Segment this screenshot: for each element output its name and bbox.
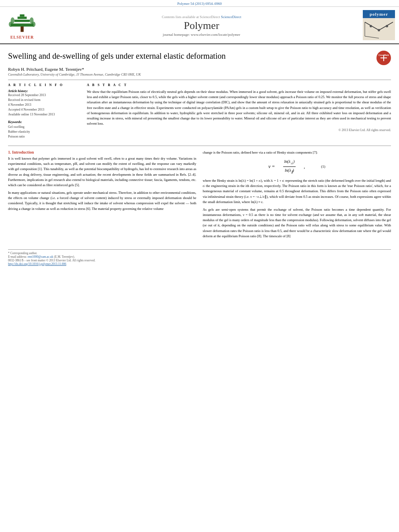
revised-label: Received in revised form	[8, 98, 80, 103]
formula-number: (1)	[321, 164, 325, 170]
intro-para-1: It is well known that polymer gels immer…	[8, 156, 196, 188]
available-online-date: Available online 13 November 2013	[8, 112, 80, 117]
section-1-heading: 1. Introduction	[8, 150, 196, 154]
divider-2	[8, 146, 391, 146]
science-direct-link[interactable]: ScienceDirect	[221, 15, 241, 19]
svg-rect-4	[21, 27, 24, 32]
elsevier-wordmark: ELSEVIER	[10, 35, 34, 39]
journal-homepage: journal homepage: www.elsevier.com/locat…	[43, 33, 360, 37]
svg-point-14	[370, 25, 372, 27]
revised-date: 4 November 2013	[8, 103, 80, 107]
intro-para-2: In many applications or natural situatio…	[8, 190, 196, 212]
article-info-heading: A R T I C L E I N F O	[8, 83, 80, 87]
science-direct-line: Contents lists available at ScienceDirec…	[43, 15, 360, 19]
journal-identifier: Polymer 54 (2013) 6954–6960	[0, 0, 399, 7]
accepted-date: Accepted 4 November 2013	[8, 107, 80, 112]
polymer-logo-text: polymer	[363, 10, 395, 18]
formula-denominator: ln(λ∥)	[284, 167, 295, 175]
main-content: Swelling and de-swelling of gels under e…	[0, 44, 399, 270]
article-title: Swelling and de-swelling of gels under e…	[8, 51, 372, 61]
right-para-1: change is the Poisson ratio, defined her…	[203, 150, 391, 155]
polymer-logo: polymer	[363, 10, 395, 41]
email-link[interactable]: emt1000@cam.ac.uk	[28, 255, 53, 259]
keyword-1: Gel swelling	[8, 125, 80, 129]
right-para-3: As gels are semi-open systems that permi…	[203, 207, 391, 239]
formula-comma: ,	[304, 163, 305, 170]
abstract-text: We show that the equilibrium Poisson rat…	[87, 89, 391, 133]
journal-header: ELSEVIER Contents lists available at Sci…	[0, 7, 399, 44]
polymer-logo-image	[363, 18, 395, 40]
abstract-heading: A B S T R A C T	[87, 83, 391, 87]
svg-rect-0	[11, 23, 34, 27]
article-info-column: A R T I C L E I N F O Article history: R…	[8, 83, 80, 142]
copyright-line: © 2013 Elsevier Ltd. All rights reserved…	[87, 128, 391, 133]
svg-point-16	[386, 25, 388, 27]
elsevier-tree-icon	[6, 12, 38, 34]
formula-variable-nu: ν =	[268, 163, 275, 170]
article-history-group: Article history: Received 28 September 2…	[8, 89, 80, 117]
keyword-2: Rubber elasticity	[8, 129, 80, 134]
crossmark-icon: CrossMark	[376, 51, 391, 65]
crossmark-badge[interactable]: CrossMark	[376, 51, 391, 65]
svg-point-7	[9, 21, 12, 27]
svg-rect-2	[18, 16, 27, 19]
received-date: Received 28 September 2013	[8, 93, 80, 98]
doi-line[interactable]: http://dx.doi.org/10.1016/j.polymer.2013…	[8, 262, 391, 266]
formula-1-section: ν = ln(λ⊥) ln(λ∥) , (1)	[203, 158, 391, 175]
article-title-section: Swelling and de-swelling of gels under e…	[8, 48, 391, 65]
divider	[8, 80, 391, 80]
keywords-label: Keywords:	[8, 120, 80, 124]
formula-numerator: ln(λ⊥)	[283, 158, 296, 167]
issn-line: 0032-3861/$ – see front matter © 2013 El…	[8, 259, 391, 262]
footer-notes: * Corresponding author. E-mail address: …	[8, 249, 391, 266]
body-section: 1. Introduction It is well known that po…	[8, 150, 391, 241]
body-right-column: change is the Poisson ratio, defined her…	[203, 150, 391, 241]
formula-1: ν = ln(λ⊥) ln(λ∥) , (1)	[268, 158, 325, 175]
journal-title: Polymer	[43, 20, 360, 32]
body-two-columns: 1. Introduction It is well known that po…	[8, 150, 391, 241]
authors-line: Robyn H. Pritchard, Eugene M. Terentjev*	[8, 67, 391, 72]
svg-rect-1	[14, 19, 30, 22]
elsevier-logo: ELSEVIER	[4, 12, 40, 39]
corresponding-note: * Corresponding author.	[8, 251, 391, 255]
body-left-text: It is well known that polymer gels immer…	[8, 156, 196, 212]
keyword-3: Poisson ratio	[8, 134, 80, 139]
body-right-text: change is the Poisson ratio, defined her…	[203, 150, 391, 239]
journal-volume-text: Polymer 54 (2013) 6954–6960	[177, 2, 222, 6]
right-para-2: where the Henky strain is ln(λᵢ) = ln(1 …	[203, 178, 391, 205]
article-info-abstract-section: A R T I C L E I N F O Article history: R…	[8, 83, 391, 142]
svg-point-15	[378, 29, 380, 31]
email-line: E-mail address: emt1000@cam.ac.uk (E.M. …	[8, 255, 391, 259]
keywords-group: Keywords: Gel swelling Rubber elasticity…	[8, 120, 80, 139]
affiliation: Cavendish Laboratory, University of Camb…	[8, 72, 391, 76]
svg-point-8	[32, 21, 35, 27]
formula-fraction: ln(λ⊥) ln(λ∥)	[283, 158, 296, 175]
doi-link[interactable]: http://dx.doi.org/10.1016/j.polymer.2013…	[8, 262, 66, 266]
body-left-column: 1. Introduction It is well known that po…	[8, 150, 196, 241]
history-dates: Received 28 September 2013 Received in r…	[8, 93, 80, 117]
abstract-column: A B S T R A C T We show that the equilib…	[87, 83, 391, 142]
journal-header-center: Contents lists available at ScienceDirec…	[43, 15, 360, 37]
svg-rect-3	[20, 14, 24, 16]
history-label: Article history:	[8, 89, 80, 93]
